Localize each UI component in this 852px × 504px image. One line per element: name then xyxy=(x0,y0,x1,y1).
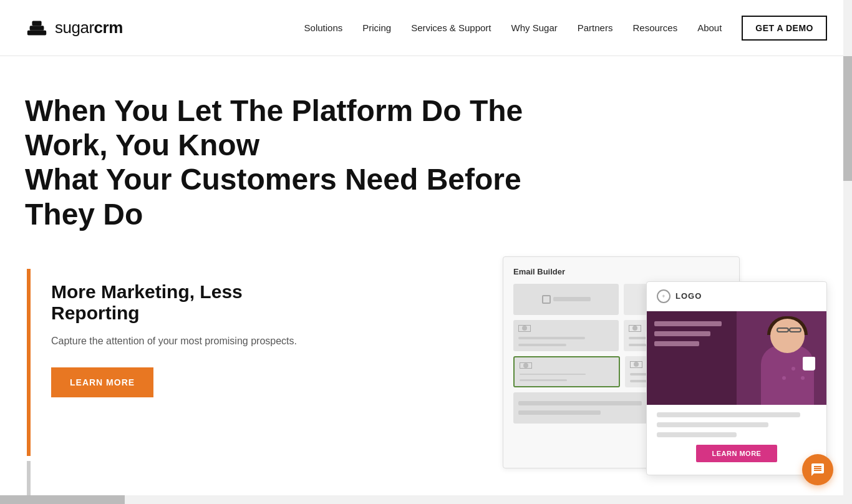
svg-rect-1 xyxy=(30,26,44,31)
nav-item-about[interactable]: About xyxy=(697,22,722,33)
logo-circle-icon: + xyxy=(657,289,670,303)
svg-rect-2 xyxy=(32,21,41,26)
hero-section: When You Let The Platform Do The Work, Y… xyxy=(0,56,624,231)
chat-bubble-button[interactable] xyxy=(802,454,833,485)
nav-item-resources[interactable]: Resources xyxy=(632,22,677,33)
nav-item-solutions[interactable]: Solutions xyxy=(304,22,343,33)
svg-rect-0 xyxy=(27,30,46,35)
logo-text: sugarcrm xyxy=(55,18,123,37)
email-preview-body: LEARN MORE xyxy=(647,405,826,475)
nav-item-pricing[interactable]: Pricing xyxy=(362,22,391,33)
get-demo-button[interactable]: GET A DEMO xyxy=(742,16,827,41)
header: sugarcrm Solutions Pricing Services & Su… xyxy=(0,0,852,56)
logo[interactable]: sugarcrm xyxy=(25,16,123,40)
logo-icon xyxy=(25,16,49,40)
email-builder-title: Email Builder xyxy=(513,267,729,276)
horizontal-scrollbar[interactable] xyxy=(0,495,843,504)
builder-cell-image xyxy=(513,320,619,351)
logo-label: LOGO xyxy=(675,291,702,301)
builder-cell-selected xyxy=(513,356,620,387)
nav-item-services-support[interactable]: Services & Support xyxy=(411,22,491,33)
hero-title: When You Let The Platform Do The Work, Y… xyxy=(25,94,599,231)
nav-item-why-sugar[interactable]: Why Sugar xyxy=(511,22,558,33)
accent-bars xyxy=(25,269,32,504)
nav-item-partners[interactable]: Partners xyxy=(578,22,613,33)
left-panel: More Marketing, Less Reporting Capture t… xyxy=(0,269,332,504)
main-nav: Solutions Pricing Services & Support Why… xyxy=(304,16,827,41)
chat-icon xyxy=(810,462,825,477)
accent-bar-active xyxy=(27,269,31,456)
email-cta-button[interactable]: LEARN MORE xyxy=(696,445,777,462)
email-text-line-3 xyxy=(657,432,737,437)
scrollbar-thumb[interactable] xyxy=(843,56,852,181)
email-text-line-1 xyxy=(657,412,800,417)
mockup-container: Email Builder xyxy=(484,256,827,493)
email-preview-header: + LOGO xyxy=(647,282,826,311)
vertical-scrollbar[interactable] xyxy=(843,0,852,504)
feature-title: More Marketing, Less Reporting xyxy=(51,281,313,324)
builder-cell-share xyxy=(513,284,619,315)
feature-text: More Marketing, Less Reporting Capture t… xyxy=(32,269,332,504)
horizontal-scrollbar-thumb[interactable] xyxy=(0,495,125,504)
learn-more-button[interactable]: LEARN MORE xyxy=(51,367,153,397)
email-text-line-2 xyxy=(657,422,768,427)
ui-mockup: Email Builder xyxy=(357,256,827,493)
email-preview-panel: + LOGO xyxy=(646,281,827,475)
feature-content: More Marketing, Less Reporting Capture t… xyxy=(0,231,852,504)
feature-description: Capture the attention of your most promi… xyxy=(51,334,313,349)
email-preview-image xyxy=(647,311,826,405)
